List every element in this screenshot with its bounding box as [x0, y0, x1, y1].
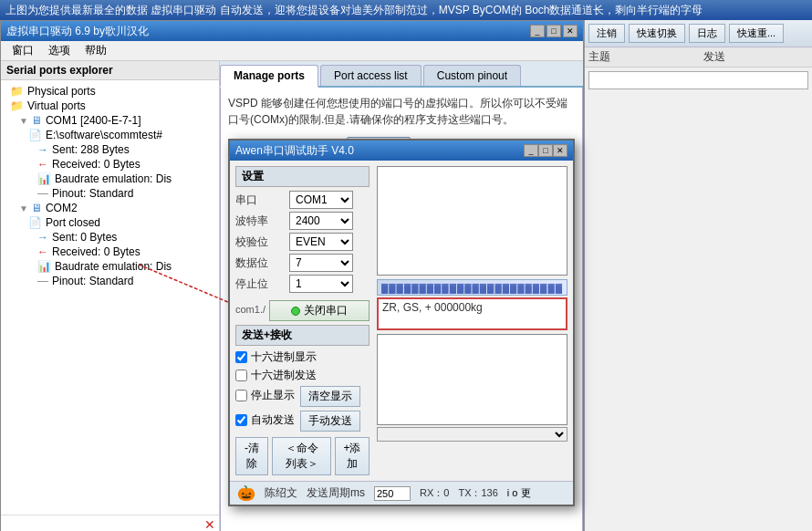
- recv-dropdown[interactable]: [377, 427, 567, 442]
- recv-text-area[interactable]: [377, 334, 567, 425]
- cycle-input[interactable]: [374, 486, 411, 501]
- auto-manual-send-row: 自动发送 手动发送: [235, 411, 370, 432]
- chart-icon-com1: 📊: [37, 172, 51, 185]
- setting-stop-name: 停止位: [235, 276, 286, 292]
- cmd-list-button[interactable]: ＜命令列表＞: [272, 437, 331, 475]
- minimize-button[interactable]: _: [530, 25, 545, 37]
- tree-physical-ports[interactable]: 📁 Physical ports: [1, 84, 219, 99]
- sidebar-btn-log[interactable]: 日志: [689, 24, 725, 43]
- setting-row-port: 串口 COM1: [235, 191, 370, 209]
- com2-sent-label: Sent: 0 Bytes: [52, 231, 117, 244]
- awen-text-panel: ▓▓▓▓▓▓▓▓▓▓▓▓▓▓▓▓▓▓▓▓▓▓▓▓ ZR, GS, + 00000…: [377, 166, 567, 475]
- minus-icon-com1: —: [37, 187, 48, 200]
- setting-baud-select[interactable]: 2400: [289, 212, 353, 230]
- tree-com1-pinout: — Pinout: Standard: [1, 186, 219, 201]
- physical-ports-label: Physical ports: [27, 85, 96, 98]
- extra-label: i o 更: [507, 486, 531, 500]
- minus-icon-com2: —: [37, 275, 48, 287]
- setting-row-stop: 停止位 1: [235, 275, 370, 293]
- hex-display-checkbox[interactable]: [235, 351, 247, 363]
- awen-title-bar: Awen串口调试助手 V4.0 _ □ ✕: [230, 141, 573, 161]
- setting-port-name: 串口: [235, 193, 286, 208]
- setting-data-select[interactable]: 7: [289, 254, 353, 272]
- awen-body: 设置 串口 COM1 波特率 2400 校验位 EVEN: [230, 161, 573, 481]
- maximize-button[interactable]: □: [547, 25, 561, 37]
- sidebar-btn-cancel[interactable]: 注销: [588, 24, 625, 43]
- com2-status-label: Port closed: [46, 216, 100, 229]
- tree-com1-path: 📄 E:\software\scommtest#: [1, 128, 219, 142]
- hex-display-label: 十六进制显示: [251, 349, 317, 365]
- tree-virtual-ports[interactable]: 📁 Virtual ports: [1, 99, 219, 113]
- folder-icon-virtual: 📁: [10, 99, 24, 112]
- arrow-right-icon-com1-sent: →: [37, 143, 48, 156]
- autosend-label: 自动发送: [251, 412, 295, 428]
- tab-port-access[interactable]: Port access list: [320, 65, 422, 86]
- close-button[interactable]: ✕: [563, 25, 578, 37]
- panel-header: Serial ports explorer: [1, 61, 219, 80]
- tree-com2-pinout: — Pinout: Standard: [1, 274, 219, 288]
- awen-dialog: Awen串口调试助手 V4.0 _ □ ✕ 设置 串口 COM1 波特率 240…: [228, 139, 575, 506]
- awen-minimize-button[interactable]: _: [524, 144, 538, 157]
- com1-pinout-label: Pinout: Standard: [52, 187, 133, 200]
- com2-label: COM2: [46, 202, 78, 214]
- delete-icon[interactable]: ✕: [204, 517, 215, 531]
- arrow-left-icon-com2-recv: ←: [37, 245, 48, 258]
- port-toggle-label: 关闭串口: [304, 303, 348, 318]
- tree-com1-baud: 📊 Baudrate emulation: Dis: [1, 172, 219, 186]
- hex-send-checkbox[interactable]: [235, 370, 247, 381]
- sidebar-main-area: [585, 68, 812, 97]
- settings-section-label: 设置: [235, 166, 370, 187]
- doc-icon-com2: 📄: [28, 216, 42, 229]
- setting-stop-select[interactable]: 1: [289, 275, 353, 293]
- clear-display-button[interactable]: 清空显示: [300, 386, 360, 407]
- port-toggle-button[interactable]: 关闭串口: [269, 300, 370, 321]
- author-name: 陈绍文: [265, 485, 297, 501]
- sidebar-btn-switch[interactable]: 快速切换: [629, 24, 685, 43]
- menu-window[interactable]: 窗口: [5, 41, 41, 60]
- tree-area[interactable]: 📁 Physical ports 📁 Virtual ports ▼ 🖥 COM…: [1, 80, 219, 515]
- com2-recv-label: Received: 0 Bytes: [52, 245, 141, 258]
- setting-port-select[interactable]: COM1: [289, 191, 353, 209]
- setting-row-parity: 校验位 EVEN: [235, 233, 370, 251]
- dropdown-row: [377, 427, 567, 442]
- com1-recv-label: Received: 0 Bytes: [52, 158, 141, 171]
- awen-close-button[interactable]: ✕: [553, 144, 567, 157]
- menu-options[interactable]: 选项: [41, 41, 78, 60]
- expand-icon-com1: ▼: [19, 116, 28, 126]
- tree-com2[interactable]: ▼ 🖥 COM2: [1, 201, 219, 215]
- right-sidebar-toolbar: 注销 快速切换 日志 快速重...: [585, 20, 812, 47]
- clear-text-button[interactable]: -清除: [235, 437, 268, 475]
- sidebar-input[interactable]: [588, 71, 808, 89]
- com1-sent-label: Sent: 288 Bytes: [52, 143, 130, 156]
- virtual-ports-label: Virtual ports: [27, 99, 86, 112]
- menu-help[interactable]: 帮助: [78, 41, 114, 60]
- sidebar-col-send: 发送: [703, 49, 809, 65]
- left-panel: Serial ports explorer 📁 Physical ports 📁…: [1, 61, 220, 531]
- setting-parity-select[interactable]: EVEN: [289, 233, 353, 251]
- setting-baud-name: 波特率: [235, 213, 286, 229]
- stop-display-row: 停止显示: [235, 388, 295, 403]
- autosend-checkbox[interactable]: [235, 414, 247, 426]
- main-title-bar: 虚拟串口驱动 6.9 by歌川汉化 _ □ ✕: [1, 21, 583, 41]
- manual-send-button[interactable]: 手动发送: [300, 411, 360, 432]
- sidebar-btn-quickreset[interactable]: 快速重...: [729, 24, 784, 43]
- tab-manage-ports[interactable]: Manage ports: [220, 65, 318, 88]
- send-input-area[interactable]: ZR, GS, + 000000kg: [377, 297, 567, 330]
- com2-pinout-label: Pinout: Standard: [52, 275, 133, 287]
- port-toggle-row: com1./ 关闭串口: [235, 297, 370, 321]
- com1-label: COM1 [2400-E-7-1]: [46, 114, 141, 127]
- cycle-label: 发送周期ms: [307, 485, 365, 501]
- tree-com2-status: 📄 Port closed: [1, 215, 219, 230]
- add-button[interactable]: +添加: [335, 437, 370, 475]
- stop-display-checkbox[interactable]: [235, 390, 247, 401]
- tree-com1[interactable]: ▼ 🖥 COM1 [2400-E-7-1]: [1, 113, 219, 128]
- right-sidebar: 注销 快速切换 日志 快速重... 主题 发送: [584, 20, 812, 531]
- receive-display-area[interactable]: [377, 166, 567, 276]
- send-progress-bar: ▓▓▓▓▓▓▓▓▓▓▓▓▓▓▓▓▓▓▓▓▓▓▓▓: [377, 279, 567, 296]
- setting-parity-name: 校验位: [235, 234, 286, 250]
- tab-custom-pinout[interactable]: Custom pinout: [423, 65, 521, 86]
- monitor-icon-com2: 🖥: [31, 202, 42, 214]
- monitor-icon-com1: 🖥: [31, 114, 42, 127]
- awen-maximize-button[interactable]: □: [538, 144, 553, 157]
- doc-icon: 📄: [28, 129, 42, 141]
